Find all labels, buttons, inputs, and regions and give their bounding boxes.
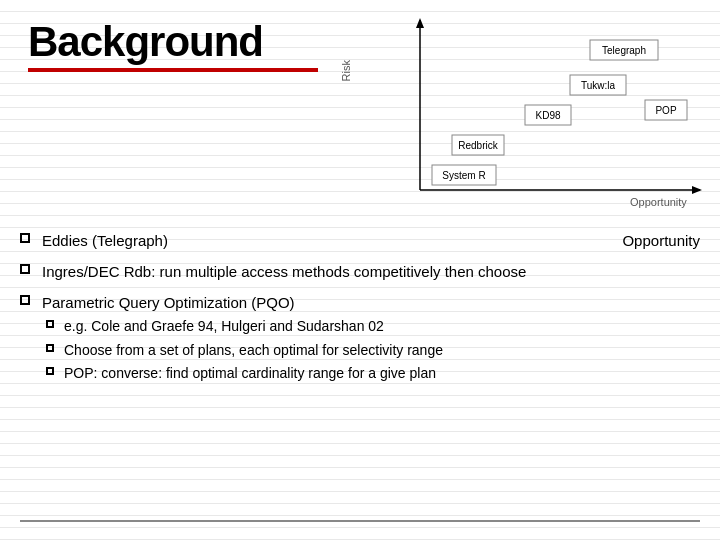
svg-text:Telegraph: Telegraph	[602, 45, 646, 56]
svg-text:Tukw:la: Tukw:la	[581, 80, 616, 91]
bullet-text-2: Ingres/DEC Rdb: run multiple access meth…	[42, 261, 700, 282]
diagram-area: Opportunity System R Redbrick KD98 Tukw:…	[370, 10, 710, 210]
diagram-svg: Opportunity System R Redbrick KD98 Tukw:…	[370, 10, 710, 210]
title-underline	[28, 68, 318, 72]
svg-marker-1	[416, 18, 424, 28]
svg-text:POP: POP	[655, 105, 676, 116]
sub-bullet-text-3: POP: converse: find optimal cardinality …	[64, 364, 436, 384]
sub-bullet-text-1: e.g. Cole and Graefe 94, Hulgeri and Sud…	[64, 317, 384, 337]
svg-marker-3	[692, 186, 702, 194]
bullet-square-3	[20, 295, 30, 305]
svg-text:Redbrick: Redbrick	[458, 140, 498, 151]
bottom-divider	[20, 520, 700, 522]
svg-text:KD98: KD98	[535, 110, 560, 121]
bullet-text-1: Eddies (Telegraph) Opportunity	[42, 230, 700, 251]
slide-title: Background	[28, 18, 318, 66]
title-section: Background	[28, 18, 318, 72]
bullets-area: Eddies (Telegraph) Opportunity Ingres/DE…	[20, 230, 700, 398]
opportunity-label: Opportunity	[622, 230, 700, 251]
bullet-3-main: Parametric Query Optimization (PQO)	[42, 292, 700, 313]
sub-bullet-square-1	[46, 320, 54, 328]
svg-text:System R: System R	[442, 170, 485, 181]
bullet-text-3: Parametric Query Optimization (PQO) e.g.…	[42, 292, 700, 388]
sub-bullets: e.g. Cole and Graefe 94, Hulgeri and Sud…	[46, 317, 700, 384]
svg-text:Opportunity: Opportunity	[630, 196, 687, 208]
bullet-1-main: Eddies (Telegraph)	[42, 232, 168, 249]
sub-bullet-2: Choose from a set of plans, each optimal…	[46, 341, 700, 361]
bullet-square-2	[20, 264, 30, 274]
sub-bullet-square-2	[46, 344, 54, 352]
sub-bullet-1: e.g. Cole and Graefe 94, Hulgeri and Sud…	[46, 317, 700, 337]
sub-bullet-text-2: Choose from a set of plans, each optimal…	[64, 341, 443, 361]
bullet-square-1	[20, 233, 30, 243]
sub-bullet-square-3	[46, 367, 54, 375]
bullet-item-3: Parametric Query Optimization (PQO) e.g.…	[20, 292, 700, 388]
bullet-item-1: Eddies (Telegraph) Opportunity	[20, 230, 700, 251]
slide-content: Background Risk Opportunity System R Red…	[0, 0, 720, 540]
bullet-item-2: Ingres/DEC Rdb: run multiple access meth…	[20, 261, 700, 282]
risk-label: Risk	[340, 60, 352, 81]
sub-bullet-3: POP: converse: find optimal cardinality …	[46, 364, 700, 384]
